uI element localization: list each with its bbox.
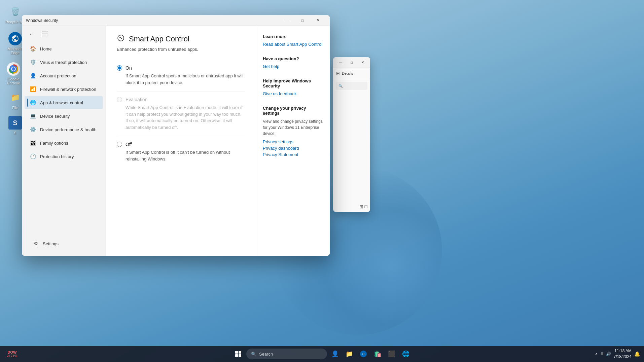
taskbar-edge-icon[interactable]: e <box>357 348 369 360</box>
radio-option-evaluation: Evaluation While Smart App Control is in… <box>117 91 245 136</box>
svg-point-2 <box>12 67 15 71</box>
bg-window-titlebar: — □ ✕ <box>333 57 370 68</box>
svg-rect-5 <box>239 351 241 354</box>
radio-eval-label[interactable]: Evaluation <box>126 97 147 102</box>
search-icon: 🔍 <box>251 352 256 357</box>
s-app-icon: S <box>8 116 22 130</box>
page-icon <box>117 34 125 44</box>
family-icon: 👨‍👩‍👧 <box>30 140 36 146</box>
radio-on-label[interactable]: On <box>126 65 132 71</box>
taskbar-user-icon[interactable]: 👤 <box>329 348 341 360</box>
sidebar-item-virus[interactable]: 🛡️ Virus & threat protection <box>25 56 103 69</box>
radio-eval-input[interactable] <box>117 97 122 102</box>
window-controls: — □ ✕ <box>279 15 326 26</box>
start-button[interactable] <box>232 348 244 360</box>
sidebar-item-app-browser-label: App & browser control <box>40 100 83 105</box>
radio-eval-desc: While Smart App Control is in Evaluation… <box>126 104 245 131</box>
details-icon: ⊞ <box>336 71 340 76</box>
device-security-icon: 💻 <box>30 113 36 119</box>
sidebar-item-home-label: Home <box>40 46 52 51</box>
details-area: ⊞ Details <box>333 68 370 79</box>
clock-time: 11:18 AM <box>614 348 632 354</box>
radio-off-row: Off <box>117 142 245 147</box>
taskbar-store-icon[interactable]: 🛍️ <box>371 348 384 360</box>
tray-chevron[interactable]: ∧ <box>595 352 598 356</box>
hamburger-icon <box>42 32 48 36</box>
bg-minimize-btn[interactable]: — <box>336 58 346 67</box>
sidebar-item-device-security-label: Device security <box>40 114 70 119</box>
window-content: ← 🏠 Home 🛡️ Virus & threat protection 👤 … <box>22 26 330 256</box>
bg-search-box[interactable]: 🔍 <box>336 82 367 90</box>
sidebar-item-firewall[interactable]: 📶 Firewall & network protection <box>25 83 103 96</box>
taskbar-left: DOW -0.71% <box>4 350 20 358</box>
bg-window-controls: ⊞□ <box>359 204 367 209</box>
sidebar-item-device-perf[interactable]: ⚙️ Device performance & health <box>25 123 103 136</box>
file-icon: 📁 <box>8 91 22 104</box>
tray-sound[interactable]: 🔊 <box>606 352 611 356</box>
privacy-section: Change your privacy settings View and ch… <box>263 106 323 157</box>
sidebar-settings-label: Settings <box>43 241 59 246</box>
minimize-button[interactable]: — <box>279 15 295 26</box>
sidebar-item-device-security[interactable]: 💻 Device security <box>25 110 103 122</box>
page-subtitle: Enhanced protection from untrusted apps. <box>117 47 245 52</box>
clock[interactable]: 11:18 AM 7/18/2024 <box>614 348 632 360</box>
radio-off-label[interactable]: Off <box>126 142 132 147</box>
taskbar-chrome-icon[interactable]: 🌐 <box>400 348 412 360</box>
sidebar-item-firewall-label: Firewall & network protection <box>40 87 96 92</box>
sidebar-item-history-label: Protection history <box>40 154 74 159</box>
help-improve-section: Help improve Windows Security Give us fe… <box>263 78 323 96</box>
get-help-link[interactable]: Get help <box>263 64 323 69</box>
bg-close-btn[interactable]: ✕ <box>358 58 367 67</box>
sidebar-item-device-perf-label: Device performance & health <box>40 127 97 132</box>
notification-bell[interactable]: 🔔 <box>634 351 640 357</box>
svg-rect-4 <box>235 351 238 354</box>
taskbar-terminal-icon[interactable]: ⬛ <box>386 348 398 360</box>
sidebar-item-app-browser[interactable]: 🌐 App & browser control <box>25 96 103 109</box>
page-title: Smart App Control <box>129 35 189 43</box>
sidebar-item-account[interactable]: 👤 Account protection <box>25 69 103 82</box>
dow-value: -0.71% <box>7 354 17 358</box>
radio-on-row: On <box>117 65 245 71</box>
sidebar-item-family[interactable]: 👨‍👩‍👧 Family options <box>25 137 103 149</box>
taskbar-explorer-icon[interactable]: 📁 <box>343 348 355 360</box>
history-icon: 🕐 <box>30 153 36 159</box>
radio-off-input[interactable] <box>117 142 122 147</box>
right-panel: Learn more Read about Smart App Control … <box>256 26 330 256</box>
file-label: File <box>12 106 18 110</box>
radio-option-off: Off If Smart App Control is off it can't… <box>117 136 245 168</box>
learn-more-section: Learn more Read about Smart App Control <box>263 34 323 47</box>
page-header: Smart App Control <box>117 34 245 44</box>
read-about-sac-link[interactable]: Read about Smart App Control <box>263 42 323 47</box>
back-button[interactable]: ← <box>26 29 37 39</box>
window-title: Windows Security <box>26 18 277 23</box>
sidebar-item-home[interactable]: 🏠 Home <box>25 42 103 55</box>
bg-maximize-btn[interactable]: □ <box>347 58 357 67</box>
sidebar-top: ← <box>22 26 106 42</box>
privacy-settings-link[interactable]: Privacy settings <box>263 139 323 144</box>
sidebar-item-protection-history[interactable]: 🕐 Protection history <box>25 150 103 163</box>
dow-label: DOW <box>7 350 16 354</box>
main-content: Smart App Control Enhanced protection fr… <box>106 26 256 256</box>
taskbar-right: ∧ 🖥 🔊 11:18 AM 7/18/2024 🔔 <box>595 348 640 360</box>
privacy-dashboard-link[interactable]: Privacy dashboard <box>263 146 323 151</box>
tray-network[interactable]: 🖥 <box>600 352 604 356</box>
radio-on-input[interactable] <box>117 65 122 71</box>
privacy-statement-link[interactable]: Privacy Statement <box>263 152 323 157</box>
have-question-section: Have a question? Get help <box>263 56 323 69</box>
give-feedback-link[interactable]: Give us feedback <box>263 91 323 96</box>
device-perf-icon: ⚙️ <box>30 126 36 133</box>
close-button[interactable]: ✕ <box>310 15 326 26</box>
title-bar: Windows Security — □ ✕ <box>22 15 330 26</box>
recycle-bin-icon: 🗑️ <box>8 5 22 19</box>
s-app-label: S <box>14 131 16 135</box>
sidebar-item-settings[interactable]: ⚙ Settings <box>27 237 100 250</box>
search-label: Search <box>259 352 273 357</box>
learn-more-title: Learn more <box>263 34 323 39</box>
taskbar-search[interactable]: 🔍 Search <box>246 349 327 359</box>
background-window: — □ ✕ ⊞ Details 🔍 ⊞□ <box>333 57 370 212</box>
maximize-button[interactable]: □ <box>295 15 310 26</box>
have-question-title: Have a question? <box>263 56 323 61</box>
menu-button[interactable] <box>39 29 50 39</box>
app-browser-icon: 🌐 <box>30 100 36 106</box>
svg-rect-7 <box>239 354 241 357</box>
